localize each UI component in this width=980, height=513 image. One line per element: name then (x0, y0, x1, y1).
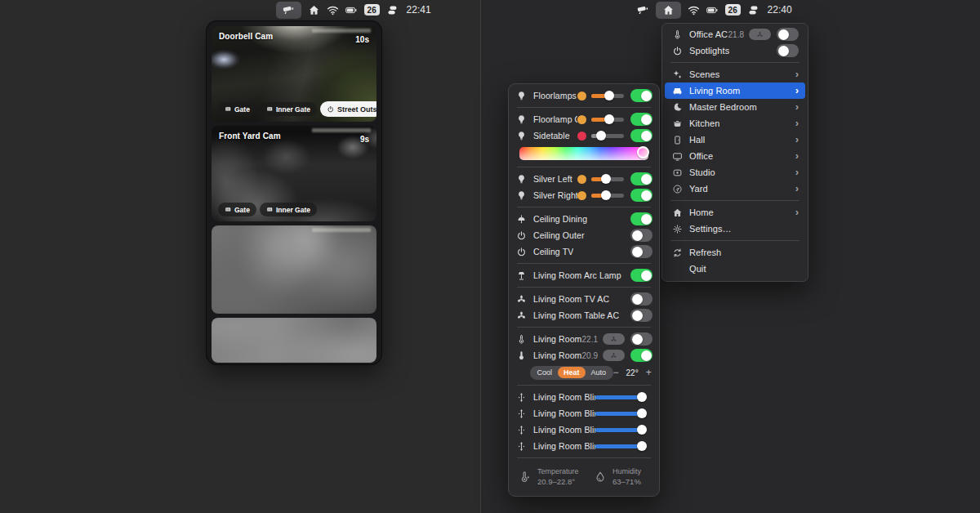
mode-heat-button[interactable]: Heat (558, 367, 586, 378)
security-camera-icon[interactable] (637, 4, 649, 16)
battery-icon[interactable] (706, 4, 719, 16)
wifi-icon[interactable] (327, 4, 339, 16)
living-room-tv-ac-toggle[interactable] (630, 292, 653, 306)
menu-item-studio[interactable]: Studio› (665, 164, 805, 181)
light-color-dot[interactable] (577, 132, 586, 141)
floorlamp-ce-toggle[interactable] (630, 113, 653, 126)
menu-item-settings[interactable]: Settings… (665, 221, 805, 237)
menu-item-kitchen[interactable]: Kitchen› (665, 115, 805, 132)
menubar-active-security-camera[interactable] (276, 2, 301, 19)
menu-item-office[interactable]: Office› (665, 148, 805, 164)
control-row-ceiling-tv[interactable]: Ceiling TV (509, 243, 659, 260)
fan-mode-button[interactable] (749, 29, 771, 40)
home-icon[interactable] (308, 4, 320, 16)
menu-item-hall[interactable]: Hall› (665, 132, 805, 148)
battery-icon[interactable] (345, 4, 358, 16)
light-color-dot[interactable] (577, 175, 586, 184)
fan-mode-button[interactable] (603, 333, 625, 345)
slider-thumb[interactable] (601, 190, 611, 200)
sidetable-slider[interactable] (591, 134, 624, 138)
camera-tile-front-yard-cam[interactable]: Front Yard Cam9sGateInner Gate (212, 126, 376, 221)
living-room-tv-toggle[interactable] (630, 332, 653, 346)
control-row-floorlamps[interactable]: Floorlamps (509, 87, 659, 104)
stack-icon[interactable] (386, 4, 399, 16)
inner-gate-button[interactable]: Inner Gate (260, 102, 317, 116)
light-color-dot[interactable] (577, 91, 586, 100)
control-row-ceiling-outer[interactable]: Ceiling Outer (509, 227, 659, 243)
sidetable-toggle[interactable] (630, 129, 653, 142)
living-room-blind-4-slider[interactable] (595, 444, 646, 448)
ceiling-dining-toggle[interactable] (630, 212, 653, 225)
control-row-ceiling-dining[interactable]: Ceiling Dining (509, 211, 659, 227)
color-picker-handle[interactable] (637, 146, 649, 158)
menu-item-spotlights[interactable]: Spotlights (665, 42, 805, 59)
menu-item-scenes[interactable]: Scenes› (665, 66, 805, 83)
silver-right-slider[interactable] (591, 194, 624, 198)
street-outside-button[interactable]: Street Outside (320, 101, 376, 117)
light-color-dot[interactable] (577, 191, 586, 200)
camera-tile-3[interactable] (212, 225, 376, 314)
control-row-silver-right[interactable]: Silver Right (509, 187, 659, 203)
fan-mode-button[interactable] (603, 350, 625, 361)
control-row-sidetable[interactable]: Sidetable (509, 127, 659, 144)
ceiling-tv-toggle[interactable] (630, 245, 653, 258)
office-ac-toggle[interactable] (777, 28, 799, 41)
stack-icon[interactable] (747, 4, 760, 16)
slider-thumb[interactable] (637, 441, 647, 451)
slider-thumb[interactable] (637, 392, 647, 402)
control-row-living-room-ta[interactable]: Living Room Ta…20.9 (509, 347, 659, 364)
control-row-living-room-blind-3[interactable]: Living Room Blind 3 (509, 422, 659, 438)
wifi-icon[interactable] (688, 4, 700, 16)
floorlamp-ce-slider[interactable] (591, 118, 624, 122)
menu-item-office-ac[interactable]: Office AC21.8 (665, 26, 805, 42)
slider-thumb[interactable] (604, 91, 614, 100)
living-room-table-ac-toggle[interactable] (630, 309, 653, 322)
camera-tile-4[interactable] (212, 318, 376, 363)
slider-thumb[interactable] (604, 114, 614, 124)
slider-thumb[interactable] (637, 425, 647, 435)
control-row-living-room-tv[interactable]: Living Room TV…22.1 (509, 331, 659, 347)
color-gradient-picker[interactable] (519, 147, 648, 160)
battery-percent-badge[interactable]: 26 (725, 4, 741, 16)
control-row-living-room-tv-ac[interactable]: Living Room TV AC (509, 291, 659, 307)
mode-auto-button[interactable]: Auto (586, 367, 612, 378)
slider-thumb[interactable] (637, 408, 647, 418)
silver-right-toggle[interactable] (630, 189, 653, 202)
spotlights-toggle[interactable] (777, 44, 799, 57)
menu-item-quit[interactable]: Quit (665, 261, 805, 277)
camera-tile-doorbell-cam[interactable]: Doorbell Cam10sGateInner GateStreet Outs… (212, 26, 376, 122)
silver-left-toggle[interactable] (630, 172, 653, 185)
control-row-living-room-blind-1[interactable]: Living Room Blind 1 (509, 389, 659, 405)
control-row-silver-left[interactable]: Silver Left (509, 171, 659, 187)
ceiling-outer-toggle[interactable] (630, 229, 653, 242)
menu-item-home[interactable]: Home› (665, 204, 805, 221)
slider-thumb[interactable] (596, 131, 606, 141)
menu-item-refresh[interactable]: Refresh (665, 244, 805, 261)
menubar-active-home[interactable] (656, 2, 681, 19)
living-room-blind-1-slider[interactable] (595, 395, 646, 399)
increase-temp-button[interactable]: + (646, 368, 652, 377)
control-row-living-room-arc-lamp[interactable]: Living Room Arc Lamp (509, 267, 659, 283)
menu-item-master-bedroom[interactable]: Master Bedroom› (665, 99, 805, 115)
decrease-temp-button[interactable]: − (613, 368, 619, 377)
home-icon[interactable] (662, 4, 675, 16)
security-camera-icon[interactable] (283, 4, 295, 16)
light-color-dot[interactable] (577, 115, 586, 124)
control-row-floorlamp-ce[interactable]: Floorlamp Ce… (509, 111, 659, 127)
inner-gate-button[interactable]: Inner Gate (260, 203, 317, 216)
living-room-blind-3-slider[interactable] (595, 428, 646, 432)
living-room-blind-2-slider[interactable] (595, 412, 646, 416)
menu-item-yard[interactable]: Yard› (665, 181, 805, 197)
silver-left-slider[interactable] (591, 177, 624, 181)
gate-button[interactable]: Gate (218, 203, 256, 216)
floorlamps-toggle[interactable] (630, 89, 653, 102)
mode-cool-button[interactable]: Cool (532, 367, 559, 378)
living-room-ta-toggle[interactable] (630, 349, 653, 362)
menu-item-living-room[interactable]: Living Room› (665, 83, 805, 99)
gate-button[interactable]: Gate (218, 102, 256, 116)
slider-thumb[interactable] (601, 174, 611, 184)
control-row-living-room-blind-2[interactable]: Living Room Blind 2 (509, 405, 659, 422)
control-row-living-room-table-ac[interactable]: Living Room Table AC (509, 307, 659, 323)
battery-percent-badge[interactable]: 26 (364, 4, 380, 16)
floorlamps-slider[interactable] (591, 94, 624, 98)
